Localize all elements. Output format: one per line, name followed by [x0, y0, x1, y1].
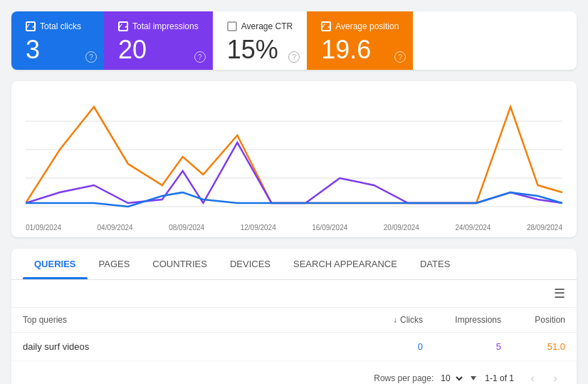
metric-position-label: ✓ Average position	[321, 21, 399, 31]
table-card: QUERIES PAGES COUNTRIES DEVICES SEARCH A…	[11, 249, 577, 384]
filter-icon[interactable]: ☰	[554, 286, 565, 301]
x-label-6: 20/09/2024	[384, 224, 419, 232]
purple-line	[26, 142, 562, 203]
chart-svg	[26, 93, 562, 221]
metric-total-impressions[interactable]: ✓ Total impressions 20 ?	[104, 11, 213, 70]
table-row: daily surf videos 0 5 51.0	[11, 333, 577, 361]
header-query: Top queries	[23, 315, 352, 325]
metric-average-position[interactable]: ✓ Average position 19.6 ?	[307, 11, 413, 70]
x-label-2: 04/09/2024	[98, 224, 133, 232]
x-axis-labels: 01/09/2024 04/09/2024 08/09/2024 12/09/2…	[26, 221, 562, 232]
clicks-help-icon[interactable]: ?	[85, 51, 97, 63]
x-label-8: 28/09/2024	[527, 224, 562, 232]
row-impressions: 5	[423, 341, 501, 352]
x-label-5: 16/09/2024	[312, 224, 347, 232]
blue-line	[26, 192, 562, 207]
x-label-4: 12/09/2024	[241, 224, 276, 232]
tabs-bar: QUERIES PAGES COUNTRIES DEVICES SEARCH A…	[11, 249, 577, 280]
prev-page-button[interactable]: ‹	[523, 368, 542, 384]
position-checkbox[interactable]: ✓	[321, 21, 331, 31]
table-header: Top queries ↓ Clicks Impressions Positio…	[11, 308, 577, 333]
metric-clicks-value: 3	[26, 37, 90, 63]
row-clicks: 0	[352, 341, 423, 352]
page-nav: ‹ ›	[523, 368, 565, 384]
metric-average-ctr[interactable]: Average CTR 15% ?	[213, 11, 307, 70]
x-label-1: 01/09/2024	[26, 224, 61, 232]
header-impressions: Impressions	[423, 315, 501, 325]
position-help-icon[interactable]: ?	[394, 51, 406, 63]
header-position: Position	[501, 315, 565, 325]
impressions-help-icon[interactable]: ?	[194, 51, 206, 63]
impressions-checkbox[interactable]: ✓	[118, 21, 128, 31]
pagination-bar: Rows per page: 10 25 50 1-1 of 1 ‹ ›	[11, 361, 577, 384]
metric-position-value: 19.6	[321, 37, 399, 63]
rows-per-page-select[interactable]: 10 25 50	[438, 373, 465, 384]
metrics-card: ✓ Total clicks 3 ? ✓ Total impressions 2…	[11, 11, 577, 70]
metric-clicks-label: ✓ Total clicks	[26, 21, 90, 31]
sort-down-icon: ↓	[393, 315, 397, 325]
clicks-checkbox[interactable]: ✓	[26, 21, 36, 31]
next-page-button[interactable]: ›	[545, 368, 565, 384]
metric-impressions-value: 20	[118, 37, 199, 63]
ctr-checkbox[interactable]	[227, 21, 237, 31]
x-label-7: 24/09/2024	[455, 224, 490, 232]
rows-dropdown-arrow	[471, 376, 476, 380]
metric-total-clicks[interactable]: ✓ Total clicks 3 ?	[11, 11, 104, 70]
tab-countries[interactable]: COUNTRIES	[141, 249, 219, 279]
tab-dates[interactable]: DATES	[409, 249, 461, 279]
tab-search-appearance[interactable]: SEARCH APPEARANCE	[282, 249, 409, 279]
row-position: 51.0	[501, 341, 565, 352]
header-clicks: ↓ Clicks	[352, 315, 423, 325]
tab-devices[interactable]: DEVICES	[219, 249, 282, 279]
rows-per-page: Rows per page: 10 25 50	[374, 373, 476, 384]
row-query: daily surf videos	[23, 341, 352, 352]
chart-container	[26, 93, 562, 221]
metric-ctr-label: Average CTR	[227, 21, 293, 31]
metric-impressions-label: ✓ Total impressions	[118, 21, 199, 31]
x-label-3: 08/09/2024	[169, 224, 204, 232]
page-info: 1-1 of 1	[485, 373, 514, 383]
tab-queries[interactable]: QUERIES	[23, 249, 88, 279]
ctr-help-icon[interactable]: ?	[288, 51, 300, 63]
tab-pages[interactable]: PAGES	[88, 249, 142, 279]
rows-per-page-label: Rows per page:	[374, 373, 434, 383]
metric-ctr-value: 15%	[227, 37, 293, 63]
chart-section: 01/09/2024 04/09/2024 08/09/2024 12/09/2…	[11, 81, 577, 237]
filter-bar: ☰	[11, 280, 577, 308]
